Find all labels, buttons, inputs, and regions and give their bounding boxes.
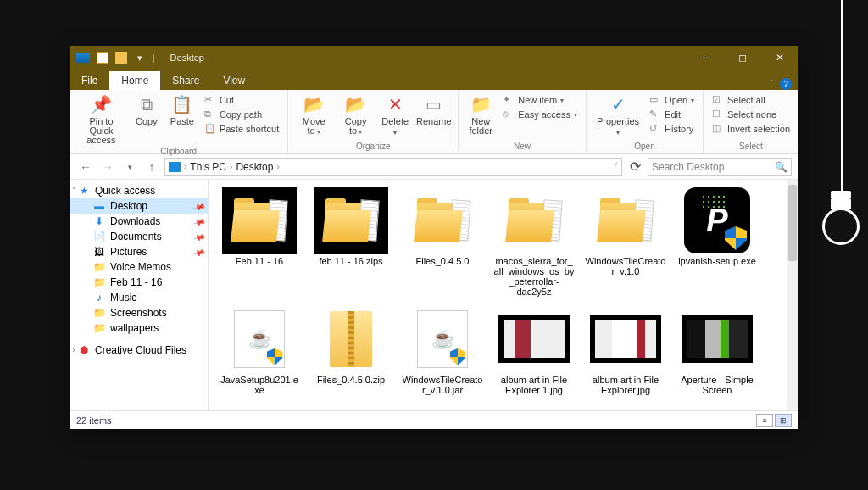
nav-creative-cloud[interactable]: ›⬢Creative Cloud Files (70, 342, 208, 358)
forward-button[interactable]: → (98, 158, 117, 176)
open-icon: ▭ (649, 94, 661, 106)
file-item[interactable]: WindowsTileCreator_v.1.0 (585, 187, 666, 297)
file-item-label: Aperture - Simple Screen (676, 375, 758, 395)
select-all-button[interactable]: ☑Select all (709, 93, 793, 107)
easy-access-button[interactable]: ⎋Easy access (499, 108, 581, 121)
file-item[interactable]: feb 11 - 16 zips (310, 187, 392, 297)
tab-home[interactable]: Home (109, 71, 160, 90)
history-button[interactable]: ↺History (646, 122, 698, 136)
nav-feb[interactable]: 📁Feb 11 - 16 (70, 275, 208, 290)
file-item-label: album art in File Explorer 1.jpg (493, 375, 575, 395)
rename-button[interactable]: ▭Rename (415, 92, 453, 128)
easy-access-icon: ⎋ (503, 109, 515, 120)
file-item-label: WindowsTileCreator_v.1.0.jar (402, 375, 483, 395)
select-none-icon: ☐ (712, 109, 724, 120)
qat-properties-icon[interactable] (97, 52, 108, 64)
qat-customize-icon[interactable]: ▾ (134, 52, 146, 64)
qat-newfolder-icon[interactable] (115, 52, 127, 64)
nav-wallpapers[interactable]: 📁wallpapers (70, 320, 208, 336)
chevron-right-icon[interactable]: › (230, 162, 232, 171)
open-button[interactable]: ▭Open (646, 93, 698, 107)
file-item[interactable]: Aperture - Simple Screen (676, 305, 758, 395)
up-button[interactable]: ↑ (142, 158, 161, 176)
nav-music[interactable]: ♪Music (70, 290, 208, 305)
file-item[interactable]: album art in File Explorer.jpg (585, 305, 666, 395)
file-item[interactable]: ☕JavaSetup8u201.exe (219, 305, 300, 395)
ribbon-collapse-icon[interactable]: ˆ (770, 79, 773, 89)
details-view-button[interactable]: ≡ (756, 414, 773, 427)
pin-quick-access-button[interactable]: 📌 Pin to Quick access (75, 92, 128, 147)
address-bar[interactable]: › This PC › Desktop › ˅ (164, 158, 622, 176)
new-folder-icon: 📁 (470, 93, 492, 115)
tab-file[interactable]: File (70, 71, 109, 90)
explorer-icon (76, 53, 90, 63)
nav-voice-memos[interactable]: 📁Voice Memos (70, 259, 208, 275)
address-row: ← → ▾ ↑ › This PC › Desktop › ˅ ⟳ Search… (70, 154, 798, 180)
chevron-right-icon[interactable]: › (276, 162, 279, 171)
file-item-label: macos_sierra_for_all_windows_os_by_peter… (493, 256, 575, 297)
copy-icon: ⧉ (136, 93, 158, 115)
edit-icon: ✎ (649, 109, 661, 120)
copy-to-button[interactable]: 📂Copy to (336, 92, 376, 138)
rename-icon: ▭ (423, 93, 445, 115)
move-to-button[interactable]: 📂Move to (293, 92, 334, 138)
copy-button[interactable]: ⧉Copy (130, 92, 164, 128)
properties-button[interactable]: ✓Properties (592, 92, 644, 139)
nav-documents[interactable]: 📄Documents📌 (70, 229, 208, 244)
nav-desktop[interactable]: ▬Desktop📌 (70, 198, 208, 214)
navigation-pane: ˅★Quick access ▬Desktop📌 ⬇Downloads📌 📄Do… (70, 180, 209, 410)
cut-button[interactable]: ✂Cut (201, 93, 282, 107)
search-input[interactable]: Search Desktop 🔍 (648, 158, 792, 176)
icons-view-button[interactable]: ⊞ (775, 414, 792, 427)
file-item[interactable]: macos_sierra_for_all_windows_os_by_peter… (493, 187, 575, 297)
pc-icon (169, 162, 181, 172)
history-icon: ↺ (649, 123, 661, 135)
nav-downloads[interactable]: ⬇Downloads📌 (70, 214, 208, 229)
new-folder-button[interactable]: 📁New folder (464, 92, 498, 137)
file-item-label: feb 11 - 16 zips (319, 256, 382, 266)
window-title: Desktop (170, 53, 204, 63)
refresh-button[interactable]: ⟳ (626, 158, 644, 176)
delete-icon: ✕ (384, 93, 406, 115)
lightbulb-decoration (822, 191, 860, 250)
group-new-label: New (464, 142, 581, 153)
file-item[interactable]: Files_0.4.5.0.zip (310, 305, 392, 395)
nav-pictures[interactable]: 🖼Pictures📌 (70, 244, 208, 259)
chevron-right-icon[interactable]: › (184, 162, 186, 171)
tab-share[interactable]: Share (160, 71, 211, 90)
file-item[interactable]: ☕WindowsTileCreator_v.1.0.jar (402, 305, 483, 395)
scrollbar[interactable] (787, 180, 798, 410)
new-item-icon: ✦ (503, 94, 515, 106)
breadcrumb-root[interactable]: This PC (190, 161, 226, 173)
maximize-button[interactable]: ◻ (724, 46, 761, 70)
paste-shortcut-button[interactable]: 📋Paste shortcut (201, 122, 282, 136)
ribbon: 📌 Pin to Quick access ⧉Copy 📋Paste ✂Cut … (70, 90, 798, 154)
new-item-button[interactable]: ✦New item (499, 93, 581, 107)
address-dropdown-icon[interactable]: ˅ (614, 162, 618, 171)
close-button[interactable]: ✕ (761, 46, 798, 70)
help-icon[interactable]: ? (780, 78, 792, 90)
select-none-button[interactable]: ☐Select none (709, 108, 793, 121)
group-organize-label: Organize (293, 142, 453, 153)
recent-dropdown[interactable]: ▾ (120, 158, 139, 176)
delete-button[interactable]: ✕Delete (377, 92, 413, 139)
file-item[interactable]: Feb 11 - 16 (219, 187, 300, 297)
nav-screenshots[interactable]: 📁Screenshots (70, 305, 208, 320)
tab-view[interactable]: View (211, 71, 257, 90)
pin-icon: 📌 (192, 230, 206, 243)
file-item-label: ipvanish-setup.exe (678, 256, 756, 266)
nav-quick-access[interactable]: ˅★Quick access (70, 183, 208, 198)
breadcrumb-leaf[interactable]: Desktop (236, 161, 273, 173)
file-item-label: WindowsTileCreator_v.1.0 (585, 256, 666, 276)
file-item[interactable]: Files_0.4.5.0 (402, 187, 483, 297)
edit-button[interactable]: ✎Edit (646, 108, 698, 121)
invert-selection-button[interactable]: ◫Invert selection (709, 122, 793, 136)
back-button[interactable]: ← (76, 158, 95, 176)
minimize-button[interactable]: — (687, 46, 724, 70)
invert-icon: ◫ (712, 123, 724, 135)
file-item[interactable]: album art in File Explorer 1.jpg (493, 305, 575, 395)
file-item[interactable]: Pipvanish-setup.exe (676, 187, 758, 297)
copy-path-button[interactable]: ⧉Copy path (201, 108, 282, 121)
paste-button[interactable]: 📋Paste (165, 92, 199, 128)
file-item-label: JavaSetup8u201.exe (219, 375, 300, 395)
